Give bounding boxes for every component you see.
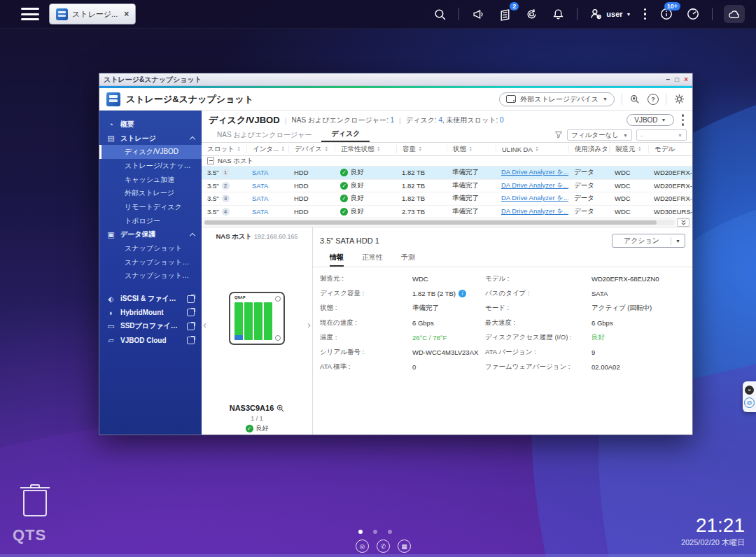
tab-health[interactable]: 正常性 bbox=[362, 253, 383, 267]
sidebar-item-cache-acceleration[interactable]: キャッシュ加速 bbox=[99, 173, 202, 187]
expand-table-button[interactable] bbox=[677, 218, 690, 227]
main-menu-icon[interactable] bbox=[21, 8, 39, 20]
scrollbar-track[interactable] bbox=[204, 220, 675, 225]
nas-illustration[interactable]: QNAP bbox=[229, 292, 285, 345]
external-storage-device-button[interactable]: 外部ストレージデバイス ▼ bbox=[499, 92, 615, 106]
notification-center-icon[interactable]: 10+ bbox=[659, 6, 674, 22]
tab-information[interactable]: 情報 bbox=[330, 253, 344, 267]
close-window-icon[interactable]: × bbox=[684, 76, 688, 83]
close-icon[interactable]: × bbox=[124, 9, 129, 19]
user-menu[interactable]: user ▼ bbox=[589, 7, 631, 21]
app-grid-icon[interactable]: ▦ bbox=[398, 540, 411, 553]
storage-app-icon bbox=[56, 8, 68, 20]
sidebar-item-overview[interactable]: ◔ 概要 bbox=[99, 118, 202, 132]
sidebar-item-vjbod-cloud[interactable]: ▱ VJBOD Cloud bbox=[99, 333, 202, 347]
sidebar-item-remote-disk[interactable]: リモートディスク bbox=[99, 200, 202, 214]
column-header-ulink-da[interactable]: ULINK DA▲▼ bbox=[496, 145, 568, 153]
window-titlebar[interactable]: ストレージ&スナップショット – □ × bbox=[99, 73, 692, 86]
da-drive-analyzer-link[interactable]: DA Drive Analyzer を... bbox=[501, 194, 568, 203]
sidebar-item-topology[interactable]: トポロジー bbox=[99, 214, 202, 228]
sidebar-item-ssd-profiling[interactable]: ▭ SSDプロファイリン... bbox=[99, 320, 202, 334]
vjbod-button[interactable]: VJBOD ▼ bbox=[626, 114, 673, 126]
sidebar-gap bbox=[99, 283, 202, 292]
sidebar-item-iscsi-fiber[interactable]: ⬖ iSCSI & ファイバー... bbox=[99, 292, 202, 306]
health-good-icon: ✓ bbox=[340, 195, 348, 202]
desktop-page-dot-1[interactable] bbox=[358, 530, 363, 534]
remote-access-icon[interactable]: @ bbox=[744, 397, 755, 408]
myqnapcloud-icon[interactable] bbox=[724, 5, 745, 23]
data-protection-icon: ▣ bbox=[106, 230, 115, 239]
help-icon[interactable]: ? bbox=[648, 94, 659, 105]
prev-device-chevron[interactable]: ‹ bbox=[203, 318, 206, 330]
device-health: ✓ 良好 bbox=[202, 424, 312, 433]
sidebar-group-data-protection[interactable]: ▣ データ保護 bbox=[99, 228, 202, 242]
desktop-page-dot-2[interactable] bbox=[373, 530, 377, 534]
sync-icon[interactable] bbox=[524, 6, 539, 22]
sidebar: ◔ 概要 ▤ ストレージ ディスク/VJBOD ストレージ/スナップショ... … bbox=[99, 111, 202, 435]
column-header-used-type[interactable]: 使用済みタイ... bbox=[568, 145, 609, 153]
table-group-nas-host[interactable]: NAS ホスト bbox=[202, 156, 692, 167]
sidebar-item-hybridmount[interactable]: ◗ HybridMount bbox=[99, 306, 202, 320]
column-header-health[interactable]: 正常性状態▲▼ bbox=[335, 145, 396, 153]
info-icon[interactable]: i bbox=[458, 290, 466, 297]
recycle-bin[interactable] bbox=[15, 490, 55, 516]
column-header-device[interactable]: デバイス▲▼ bbox=[288, 145, 335, 153]
desktop-switch-icon[interactable]: ◎ bbox=[356, 540, 369, 553]
controller-icon[interactable]: × bbox=[745, 386, 754, 395]
next-device-chevron[interactable]: › bbox=[307, 318, 311, 330]
zoom-in-icon[interactable] bbox=[276, 404, 284, 412]
field-value: 6 Gbps bbox=[592, 318, 692, 327]
drive-bay-2[interactable] bbox=[244, 302, 253, 340]
tab-prediction[interactable]: 予測 bbox=[401, 253, 415, 267]
column-header-status[interactable]: 状態▲▼ bbox=[447, 145, 496, 153]
host-label: NAS ホスト bbox=[216, 232, 252, 240]
taskbar-app-tab[interactable]: ストレージ... × bbox=[49, 3, 136, 24]
filter-dropdown[interactable]: フィルターなし ▼ bbox=[567, 129, 632, 141]
scrollbar-thumb[interactable] bbox=[204, 220, 657, 225]
table-row[interactable]: 3.5"4 SATA HDD ✓良好 2.73 TB 準備完了 DA Drive… bbox=[202, 206, 692, 219]
sidebar-item-label: トポロジー bbox=[125, 216, 160, 226]
sidebar-item-snapshot[interactable]: スナップショット bbox=[99, 241, 202, 255]
da-drive-analyzer-link[interactable]: DA Drive Analyzer を... bbox=[501, 168, 568, 177]
tab-nas-enclosure[interactable]: NAS およびエンクロージャー bbox=[207, 130, 321, 142]
drive-bay-3[interactable] bbox=[254, 302, 262, 340]
desktop-page-dot-3[interactable] bbox=[388, 530, 392, 534]
more-options-icon[interactable] bbox=[643, 7, 648, 22]
column-header-manufacturer[interactable]: 製造元▲▼ bbox=[609, 145, 648, 153]
quick-tools-icon[interactable]: ✆ bbox=[377, 540, 390, 553]
dashboard-icon[interactable] bbox=[685, 6, 701, 22]
scan-settings-icon[interactable] bbox=[629, 94, 640, 105]
notifications-bell-icon[interactable] bbox=[550, 6, 566, 22]
drive-bay-4[interactable] bbox=[264, 302, 272, 340]
table-row[interactable]: 3.5"2 SATA HDD ✓良好 1.82 TB 準備完了 DA Drive… bbox=[202, 180, 692, 193]
action-button[interactable]: アクション ▼ bbox=[612, 234, 685, 248]
sidebar-item-storage-snapshots[interactable]: ストレージ/スナップショ... bbox=[99, 159, 202, 173]
sidebar-group-storage[interactable]: ▤ ストレージ bbox=[99, 132, 202, 146]
search-icon[interactable] bbox=[432, 6, 447, 22]
sidebar-item-snapshot-replica[interactable]: スナップショットレプリカ bbox=[99, 255, 202, 269]
column-header-model[interactable]: モデル bbox=[648, 145, 692, 153]
nas-brand-label: QNAP bbox=[234, 295, 246, 299]
maximize-icon[interactable]: □ bbox=[675, 76, 679, 83]
background-tasks-icon[interactable]: 2 bbox=[497, 6, 512, 22]
table-row[interactable]: 3.5"1 SATA HDD ✓良好 1.82 TB 準備完了 DA Drive… bbox=[202, 167, 692, 180]
column-header-interface[interactable]: インタ...▲▼ bbox=[246, 145, 288, 153]
column-header-slot[interactable]: スロット▲▼ bbox=[202, 145, 246, 153]
drive-bay-1[interactable] bbox=[234, 302, 243, 340]
column-header-capacity[interactable]: 容量▲▼ bbox=[396, 145, 447, 153]
tab-disk[interactable]: ディスク bbox=[321, 129, 370, 142]
sidebar-item-disk-vjbod[interactable]: ディスク/VJBOD bbox=[99, 145, 202, 159]
field-label: ディスクアクセス履歴 (I/O) : bbox=[485, 333, 589, 342]
secondary-filter-dropdown[interactable]: - ▼ bbox=[636, 129, 687, 141]
minimize-icon[interactable]: – bbox=[666, 76, 671, 83]
collapse-icon[interactable] bbox=[207, 157, 214, 164]
da-drive-analyzer-link[interactable]: DA Drive Analyzer を... bbox=[501, 207, 568, 216]
da-drive-analyzer-link[interactable]: DA Drive Analyzer を... bbox=[501, 181, 568, 190]
filter-funnel-icon[interactable] bbox=[554, 131, 563, 139]
page-more-options-icon[interactable] bbox=[680, 113, 686, 127]
sidebar-item-snapshot-vault[interactable]: スナップショットボールト bbox=[99, 269, 202, 283]
announcement-icon[interactable] bbox=[470, 6, 486, 22]
settings-gear-icon[interactable] bbox=[673, 93, 685, 105]
sidebar-item-external-storage[interactable]: 外部ストレージ bbox=[99, 186, 202, 200]
table-row[interactable]: 3.5"3 SATA HDD ✓良好 1.82 TB 準備完了 DA Drive… bbox=[202, 192, 692, 206]
